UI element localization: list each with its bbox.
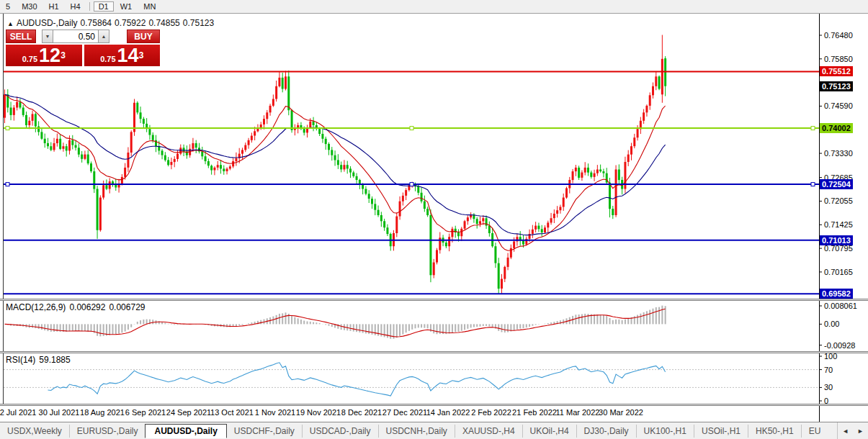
date-tick-label: 14 Jan 2022: [426, 408, 470, 417]
buy-price-pipette: 3: [139, 45, 144, 66]
chart-tabs: USDX,WeeklyEURUSD-,DailyAUDUSD-,DailyUSD…: [0, 422, 868, 439]
chart-tab-audusd-daily[interactable]: AUDUSD-,Daily: [145, 424, 226, 438]
macd-name: MACD(12,26,9): [6, 302, 66, 312]
price-tick-label: 0.75850: [824, 55, 853, 63]
macd-axis-label: 0.008061: [824, 302, 857, 310]
macd-value-main: 0.006292: [69, 302, 105, 312]
rsi-indicator-label: RSI(14)59.1885: [6, 355, 74, 365]
chart-title: ▲AUDUSD-,Daily0.758640.759220.748550.751…: [7, 18, 217, 28]
date-tick-label: 6 Sep 2021: [125, 408, 166, 417]
chart-symbol-period: AUDUSD-,Daily: [17, 18, 78, 28]
scroll-left-icon[interactable]: ◄: [838, 427, 853, 435]
rsi-value: 59.1885: [39, 355, 70, 365]
date-tick-label: 19 Nov 2021: [296, 408, 341, 417]
ohlc-open: 0.75864: [81, 18, 112, 28]
price-tick-label: 0.76480: [824, 31, 853, 40]
price-tick-label: 0.72055: [824, 196, 853, 205]
buy-price-big: 14: [117, 47, 139, 65]
rsi-axis-label: 30: [824, 383, 833, 392]
date-tick-label: 12 Jul 2021: [0, 408, 36, 417]
date-tick-label: 13 Oct 2021: [210, 408, 254, 417]
chart-tab-eurusd-daily[interactable]: EURUSD-,Daily: [69, 425, 146, 438]
tab-scroll-buttons: ◄►: [837, 422, 868, 439]
sell-price-display[interactable]: 0.75 12 3: [6, 45, 82, 66]
chart-tab-eu[interactable]: EU: [801, 425, 828, 438]
chart-left-border: [3, 14, 4, 422]
price-line-label: 0.72504: [820, 179, 853, 189]
chart-tab-dj30-daily[interactable]: DJ30-,Daily: [576, 425, 636, 438]
price-tick-label: 0.70795: [824, 244, 853, 253]
buy-price-prefix: 0.75: [100, 54, 115, 65]
volume-decrease-button[interactable]: ▼: [42, 30, 53, 43]
buy-price-display[interactable]: 0.75 14 3: [84, 45, 161, 66]
chart-tab-hk50-h1[interactable]: HK50-,H1: [748, 425, 801, 438]
price-tick-label: 0.73330: [824, 149, 853, 158]
buy-button[interactable]: BUY: [127, 30, 160, 43]
macd-axis-label: -0.00928: [824, 341, 855, 350]
date-tick-label: 24 Sep 2021: [166, 408, 211, 417]
chart-tab-xauusd-h4[interactable]: XAUUSD-,H4: [455, 425, 522, 438]
pane-separator-macd-rsi[interactable]: [0, 351, 868, 353]
volume-increase-button[interactable]: ▲: [98, 30, 109, 43]
date-tick-label: 11 Mar 2022: [556, 408, 600, 417]
date-tick-label: 30 Jul 2021: [39, 408, 80, 417]
date-tick-label: 27 Dec 2021: [382, 408, 427, 417]
macd-value-signal: 0.006729: [109, 302, 145, 312]
price-line-label: 0.69582: [820, 289, 853, 299]
rsi-name: RSI(14): [6, 355, 35, 365]
rsi-axis-label: 100: [824, 352, 837, 361]
time-scale[interactable]: 12 Jul 202130 Jul 202118 Aug 20216 Sep 2…: [0, 406, 819, 422]
price-tick-label: 0.71425: [824, 220, 853, 229]
sell-button[interactable]: SELL: [6, 30, 36, 43]
ohlc-high: 0.75922: [115, 18, 146, 28]
price-line-label: 0.75512: [820, 66, 853, 76]
date-tick-label: 18 Aug 2021: [80, 408, 125, 417]
chart-tab-uk100-h1[interactable]: UK100-,H1: [636, 425, 694, 438]
trading-terminal-window: 5M30H1H4D1W1MN ▲AUDUSD-,Daily0.758640.75…: [0, 0, 868, 439]
date-tick-label: 21 Feb 2022: [512, 408, 557, 417]
chart-tab-usdchf-daily[interactable]: USDCHF-,Daily: [227, 425, 302, 438]
date-tick-label: 8 Dec 2021: [341, 408, 382, 417]
price-tick-label: 0.70165: [824, 268, 853, 276]
chart-tab-usdcad-daily[interactable]: USDCAD-,Daily: [302, 425, 378, 438]
ohlc-low: 0.74855: [148, 18, 179, 28]
rsi-axis-label: 70: [824, 366, 833, 374]
price-line-label: 0.71013: [820, 235, 853, 245]
scroll-right-icon[interactable]: ►: [853, 427, 868, 435]
sell-price-big: 12: [39, 47, 61, 65]
date-tick-label: 30 Mar 2022: [599, 408, 643, 417]
macd-axis-label: 0.00: [824, 320, 839, 328]
chart-tab-usoil-h1[interactable]: USOil-,H1: [694, 425, 748, 438]
price-line-label: 0.74002: [820, 123, 853, 133]
sell-price-prefix: 0.75: [22, 54, 37, 65]
one-click-trading-panel: SELL ▼ 0.50 ▲ BUY 0.75 12 3 0.75 14 3: [6, 30, 160, 66]
collapse-panel-icon[interactable]: ▲: [7, 20, 14, 27]
volume-input[interactable]: 0.50: [53, 30, 98, 43]
ohlc-close: 0.75123: [183, 18, 214, 28]
macd-indicator-label: MACD(12,26,9)0.0062920.006729: [6, 302, 149, 312]
date-tick-label: 1 Nov 2021: [255, 408, 295, 417]
date-tick-label: 2 Feb 2022: [471, 408, 511, 417]
chart-tab-usdx-weekly[interactable]: USDX,Weekly: [0, 425, 69, 438]
price-tick-label: 0.74590: [824, 101, 853, 110]
rsi-axis-label: 0: [824, 397, 828, 405]
chart-tab-usdcnh-daily[interactable]: USDCNH-,Daily: [378, 425, 455, 438]
sell-price-pipette: 3: [61, 45, 66, 66]
pane-separator-main-macd[interactable]: [0, 299, 868, 301]
chart-tab-ukoil-h4[interactable]: UKOil-,H4: [522, 425, 576, 438]
price-line-label: 0.75123: [820, 81, 853, 91]
